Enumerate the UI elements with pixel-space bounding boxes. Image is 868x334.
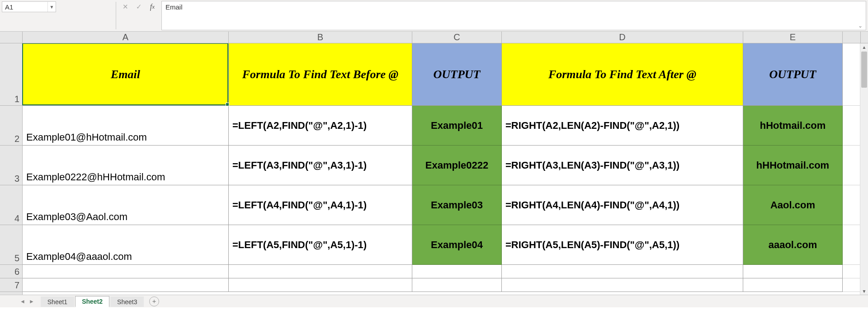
add-sheet-icon[interactable]: ＋ <box>149 296 159 306</box>
cell-E6[interactable] <box>743 265 843 278</box>
sheet-tab-1[interactable]: Sheet1 <box>41 296 74 307</box>
cell-F2[interactable] <box>843 106 861 146</box>
cell-E4[interactable]: Aaol.com <box>743 185 843 225</box>
cell-E1[interactable]: OUTPUT <box>743 43 843 106</box>
sheet-tab-3[interactable]: Sheet3 <box>110 296 144 307</box>
cell-D2[interactable]: =RIGHT(A2,LEN(A2)-FIND("@",A2,1)) <box>502 106 743 146</box>
cell-B3[interactable]: =LEFT(A3,FIND("@",A3,1)-1) <box>229 146 412 185</box>
scroll-thumb[interactable] <box>861 52 867 88</box>
cell-D7[interactable] <box>502 278 743 292</box>
column-headers: A B C D E <box>23 32 868 43</box>
scroll-down-icon[interactable]: ▼ <box>860 287 868 295</box>
row-header-4[interactable]: 4 <box>0 185 22 225</box>
row-header-7[interactable]: 7 <box>0 278 22 292</box>
fill-handle[interactable] <box>226 103 229 106</box>
name-box-dropdown-icon[interactable]: ▼ <box>47 2 56 12</box>
vertical-scrollbar[interactable]: ▲ ▼ <box>860 43 868 295</box>
tab-nav-next-icon[interactable]: ► <box>29 298 34 305</box>
col-header-A[interactable]: A <box>23 32 229 43</box>
formula-bar: A1 ▼ ✕ ✓ fx Email ⌄ <box>0 0 868 32</box>
cell-D1[interactable]: Formula To Find Text After @ <box>502 43 743 106</box>
col-header-C[interactable]: C <box>412 32 502 43</box>
cell-C3[interactable]: Example0222 <box>412 146 502 185</box>
row-header-5[interactable]: 5 <box>0 225 22 265</box>
cell-A1[interactable]: Email <box>23 43 229 106</box>
cell-B1[interactable]: Formula To Find Text Before @ <box>229 43 412 106</box>
cell-B5[interactable]: =LEFT(A5,FIND("@",A5,1)-1) <box>229 225 412 265</box>
cell-A2[interactable]: Example01@hHotmail.com <box>23 106 229 146</box>
cell-C2[interactable]: Example01 <box>412 106 502 146</box>
tab-nav-prev-icon[interactable]: ◄ <box>20 298 25 305</box>
cell-E5[interactable]: aaaol.com <box>743 225 843 265</box>
cell-D4[interactable]: =RIGHT(A4,LEN(A4)-FIND("@",A4,1)) <box>502 185 743 225</box>
cell-F3[interactable] <box>843 146 861 185</box>
cell-F6[interactable] <box>843 265 861 278</box>
cell-C7[interactable] <box>412 278 502 292</box>
col-header-B[interactable]: B <box>229 32 412 43</box>
cell-A7[interactable] <box>23 278 229 292</box>
formula-bar-buttons: ✕ ✓ fx <box>116 0 161 31</box>
cell-C1[interactable]: OUTPUT <box>412 43 502 106</box>
sheet-tab-2[interactable]: Sheet2 <box>75 296 109 307</box>
cell-A6[interactable] <box>23 265 229 278</box>
cell-C5[interactable]: Example04 <box>412 225 502 265</box>
col-header-D[interactable]: D <box>502 32 743 43</box>
cell-A5[interactable]: Example04@aaaol.com <box>23 225 229 265</box>
formula-input[interactable]: Email <box>162 1 866 30</box>
cell-A4[interactable]: Example03@Aaol.com <box>23 185 229 225</box>
cell-F7[interactable] <box>843 278 861 292</box>
scroll-up-icon[interactable]: ▲ <box>860 43 868 51</box>
cell-E7[interactable] <box>743 278 843 292</box>
cell-F5[interactable] <box>843 225 861 265</box>
row-header-3[interactable]: 3 <box>0 146 22 185</box>
formula-bar-expand-icon[interactable]: ⌄ <box>857 23 864 29</box>
cell-B4[interactable]: =LEFT(A4,FIND("@",A4,1)-1) <box>229 185 412 225</box>
row-header-6[interactable]: 6 <box>0 265 22 278</box>
cell-D5[interactable]: =RIGHT(A5,LEN(A5)-FIND("@",A5,1)) <box>502 225 743 265</box>
cell-F4[interactable] <box>843 185 861 225</box>
sheet-tab-strip: ◄ ► Sheet1 Sheet2 Sheet3 ＋ <box>0 295 868 307</box>
cell-B7[interactable] <box>229 278 412 292</box>
name-box-value: A1 <box>2 3 47 11</box>
col-header-blank[interactable] <box>843 32 861 43</box>
cell-A3[interactable]: Example0222@hHHotmail.com <box>23 146 229 185</box>
row-header-1[interactable]: 1 <box>0 43 22 106</box>
row-headers: 1 2 3 4 5 6 7 <box>0 43 23 295</box>
cell-C6[interactable] <box>412 265 502 278</box>
cell-D3[interactable]: =RIGHT(A3,LEN(A3)-FIND("@",A3,1)) <box>502 146 743 185</box>
cell-B2[interactable]: =LEFT(A2,FIND("@",A2,1)-1) <box>229 106 412 146</box>
insert-function-icon[interactable]: fx <box>148 2 157 11</box>
cell-B6[interactable] <box>229 265 412 278</box>
cell-D6[interactable] <box>502 265 743 278</box>
name-box[interactable]: A1 ▼ <box>2 1 56 12</box>
cell-F1[interactable] <box>843 43 861 106</box>
cell-E2[interactable]: hHotmail.com <box>743 106 843 146</box>
name-box-area: A1 ▼ <box>0 0 116 31</box>
select-all-corner[interactable] <box>0 32 23 43</box>
cell-E3[interactable]: hHHotmail.com <box>743 146 843 185</box>
accept-formula-icon[interactable]: ✓ <box>134 2 143 11</box>
col-header-E[interactable]: E <box>743 32 843 43</box>
tab-nav: ◄ ► <box>14 298 41 305</box>
cell-C4[interactable]: Example03 <box>412 185 502 225</box>
row-header-2[interactable]: 2 <box>0 106 22 146</box>
worksheet: A B C D E 1 2 3 4 5 6 7 Email <box>0 32 868 295</box>
formula-input-wrap: Email ⌄ <box>161 1 866 30</box>
cells-region[interactable]: Email Formula To Find Text Before @ OUTP… <box>23 43 868 295</box>
cancel-formula-icon[interactable]: ✕ <box>121 2 130 11</box>
